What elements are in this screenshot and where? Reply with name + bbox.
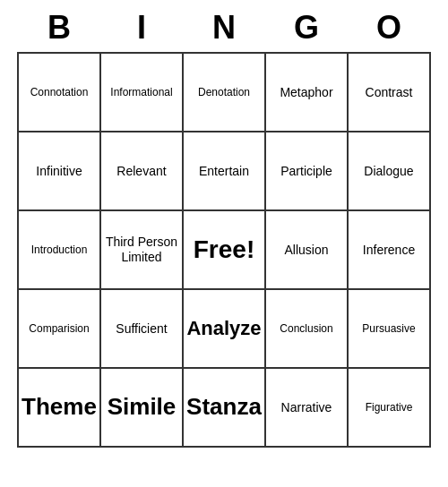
- cell-r4-c2: Stanza: [184, 369, 266, 448]
- cell-r0-c1: Informational: [101, 54, 184, 132]
- bingo-title: B I N G O: [18, 9, 430, 47]
- cell-r0-c3: Metaphor: [266, 54, 349, 132]
- cell-r1-c2: Entertain: [184, 132, 266, 211]
- bingo-grid: ConnotationInformationalDenotationMetaph…: [17, 52, 431, 448]
- title-g: G: [265, 9, 348, 47]
- cell-r2-c3: Allusion: [266, 211, 349, 290]
- cell-r2-c1: Third Person Limited: [101, 211, 184, 290]
- cell-r3-c4: Pursuasive: [349, 290, 431, 369]
- cell-r2-c2: Free!: [184, 211, 266, 290]
- cell-r3-c2: Analyze: [184, 290, 266, 369]
- cell-r1-c3: Participle: [266, 132, 349, 211]
- cell-r3-c1: Sufficient: [101, 290, 184, 369]
- cell-r3-c3: Conclusion: [266, 290, 349, 369]
- cell-r4-c1: Simile: [101, 369, 184, 448]
- cell-r1-c4: Dialogue: [349, 132, 431, 211]
- cell-r2-c4: Inference: [349, 211, 431, 290]
- cell-r0-c2: Denotation: [184, 54, 266, 132]
- cell-r4-c3: Narrative: [266, 369, 349, 448]
- title-b: B: [18, 9, 100, 47]
- cell-r1-c0: Infinitive: [19, 132, 101, 211]
- cell-r3-c0: Comparision: [19, 290, 101, 369]
- title-o: O: [348, 9, 430, 47]
- cell-r4-c4: Figurative: [349, 369, 431, 448]
- cell-r4-c0: Theme: [19, 369, 101, 448]
- title-i: I: [100, 9, 183, 47]
- cell-r0-c0: Connotation: [19, 54, 101, 132]
- cell-r0-c4: Contrast: [349, 54, 431, 132]
- title-n: N: [183, 9, 265, 47]
- cell-r2-c0: Introduction: [19, 211, 101, 290]
- cell-r1-c1: Relevant: [101, 132, 184, 211]
